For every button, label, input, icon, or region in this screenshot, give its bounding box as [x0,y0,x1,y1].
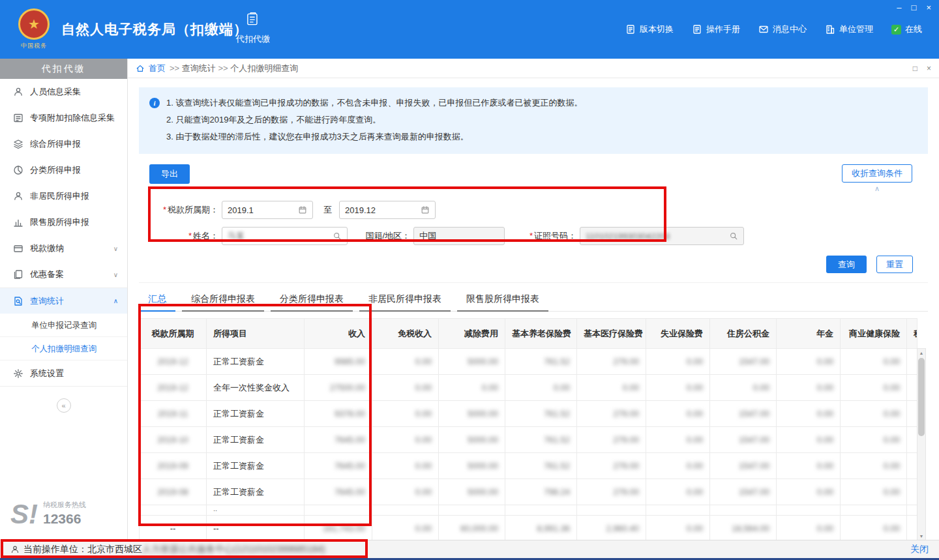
period-to-value: 2019.12 [345,205,376,215]
maximize-icon[interactable]: □ [912,3,917,12]
minimize-icon[interactable]: – [897,3,901,12]
cell: 9378.00 [305,401,372,427]
notice-line: 1. 该查询统计表仅能查询已申报成功的数据，不包含未申报、申报失败，已申报但已作… [166,95,917,111]
calendar-icon[interactable] [298,205,307,214]
column-header: 基本医疗保险费 [577,319,646,349]
search-button[interactable]: 查询 [826,256,867,273]
breadcrumb-item[interactable]: 个人扣缴明细查询 [230,63,298,73]
sidebar-item-label: 税款缴纳 [30,243,64,254]
hotline-block: S! 纳税服务热线 12366 [10,500,86,527]
tab-分类所得申报表[interactable]: 分类所得申报表 [271,293,353,312]
table-row[interactable]: 2019-12正常工资薪金9985.000.005000.00761.52279… [140,349,917,375]
breadcrumb-item[interactable]: 查询统计 [182,63,216,73]
table-row[interactable]: 2019-09正常工资薪金7645.000.005000.00761.52279… [140,453,917,479]
sidebar-item-preferential-filing[interactable]: 优惠备案∨ [0,261,127,287]
topbar-menu: 版本切换操作手册消息中心单位管理✓在线 [625,0,922,59]
cell: 全年一次性奖金收入 [207,375,305,401]
menu-message-center[interactable]: 消息中心 [758,23,807,35]
name-input[interactable]: 马某 [222,227,348,245]
totals-row[interactable]: ----161,743.000.0060,000.008,991.362,960… [140,516,917,540]
cell: 2019-11 [140,401,207,427]
cell: 1547.00 [710,453,777,479]
period-to-input[interactable]: 2019.12 [339,201,436,219]
doc-icon [692,24,702,35]
breadcrumb-separator: >> [170,63,182,73]
sidebar-item-personnel-info[interactable]: 人员信息采集 [0,79,127,105]
period-from-input[interactable]: 2019.1 [222,201,313,219]
menu-online-status[interactable]: ✓在线 [891,23,922,35]
collapse-query-button[interactable]: 收折查询条件 [842,164,912,183]
cell: 2019-10 [140,427,207,453]
sidebar-item-query-statistics[interactable]: 查询统计∧ [0,287,127,314]
top-bar: ★ 中国税务 自然人电子税务局（扣缴端） 代扣代缴 版本切换操作手册消息中心单位… [0,0,939,59]
column-header: 收入 [305,319,372,349]
result-tabs: 汇总综合所得申报表分类所得申报表非居民所得申报表限售股所得申报表 [139,293,928,312]
chart-icon [13,217,23,228]
sidebar-item-comprehensive-income[interactable]: 综合所得申报 [0,131,127,157]
wallet-icon [13,243,23,254]
search-icon[interactable] [729,231,738,241]
national-emblem-icon: ★ [18,8,50,40]
sidebar-item-system-settings[interactable]: 系统设置 [0,361,127,387]
tab-限售股所得申报表[interactable]: 限售股所得申报表 [457,293,548,312]
current-unit-label: 当前操作单位： [23,544,87,555]
sidebar-item-tax-payment[interactable]: 税款缴纳∨ [0,235,127,261]
partial-row: .. [140,505,917,516]
tab-非居民所得申报表[interactable]: 非居民所得申报表 [359,293,451,312]
table-row[interactable]: 2019-10正常工资薪金7645.000.005000.00761.52279… [140,427,917,453]
id-number-input[interactable]: 110102199303042203 [580,227,744,245]
sidebar-item-nonresident-income[interactable]: 非居民所得申报 [0,183,127,209]
sidebar-subitem-unit-report-query[interactable]: 单位申报记录查询 [0,314,127,337]
column-header: 减除费用 [439,319,505,349]
scroll-up-icon[interactable]: ▲ [917,349,925,357]
cell: 279.00 [577,453,646,479]
sidebar-item-classified-income[interactable]: 分类所得申报 [0,157,127,183]
column-header: 税 [907,319,917,349]
menu-manual[interactable]: 操作手册 [692,23,740,35]
panel-restore-icon[interactable]: □ [913,64,917,73]
export-button[interactable]: 导出 [149,164,190,184]
breadcrumb-home[interactable]: 首页 [149,63,166,74]
sidebar-menu: 人员信息采集专项附加扣除信息采集综合所得申报分类所得申报非居民所得申报限售股所得… [0,79,127,387]
chevron-down-icon: ∨ [113,245,118,252]
toolbar: 导出 收折查询条件 ∧ [139,164,928,193]
close-link[interactable]: 关闭 [910,544,929,555]
tab-综合所得申报表[interactable]: 综合所得申报表 [182,293,264,312]
menu-version-switch[interactable]: 版本切换 [625,23,674,35]
table-row[interactable]: 2019-11正常工资薪金9378.000.005000.00761.52279… [140,401,917,427]
cell: 1547.00 [710,427,777,453]
close-icon[interactable]: × [926,3,931,12]
sidebar-item-special-deduction[interactable]: 专项附加扣除信息采集 [0,105,127,131]
sidebar-item-label: 系统设置 [30,368,64,379]
person-icon [13,87,23,97]
cell: 2019-09 [140,453,207,479]
cell: 0.00 [841,427,907,453]
cell: 27500.00 [305,375,372,401]
cell: 0.00 [710,375,777,401]
sidebar-subitem-personal-withholding-query[interactable]: 个人扣缴明细查询 [0,337,127,361]
home-icon[interactable] [136,64,145,73]
calendar-icon[interactable] [421,205,430,214]
menu-label: 在线 [905,23,922,35]
cell: -- [140,516,207,540]
tab-汇总[interactable]: 汇总 [139,293,175,312]
panel-close-icon[interactable]: × [927,64,931,73]
doc-icon [625,24,636,35]
sidebar-collapse-button[interactable]: « [57,398,71,413]
vertical-scroll-thumb[interactable] [918,358,925,436]
menu-org-management[interactable]: 单位管理 [825,23,873,35]
main-panel: 首页 >> 查询统计 >> 个人扣缴明细查询 □ × i 1. 该查询统计表仅能… [128,59,939,540]
tab-withholding[interactable]: 代扣代缴 [226,10,280,45]
nationality-input[interactable]: 中国 [413,227,505,245]
cell: 0.00 [646,401,710,427]
scroll-down-icon[interactable]: ▼ [917,532,925,540]
cell: 0.00 [577,375,646,401]
vertical-scrollbar[interactable]: ▲ ▼ [917,348,926,540]
search-icon[interactable] [333,231,342,241]
sidebar-item-restricted-stock[interactable]: 限售股所得申报 [0,209,127,235]
reset-button[interactable]: 重置 [876,256,913,273]
table-row[interactable]: 2019-12全年一次性奖金收入27500.000.000.000.000.00… [140,375,917,401]
table-row[interactable]: 2019-08正常工资薪金7645.000.005000.00798.24279… [140,479,917,505]
cell [907,349,917,375]
sidebar-item-label: 非居民所得申报 [30,190,89,202]
